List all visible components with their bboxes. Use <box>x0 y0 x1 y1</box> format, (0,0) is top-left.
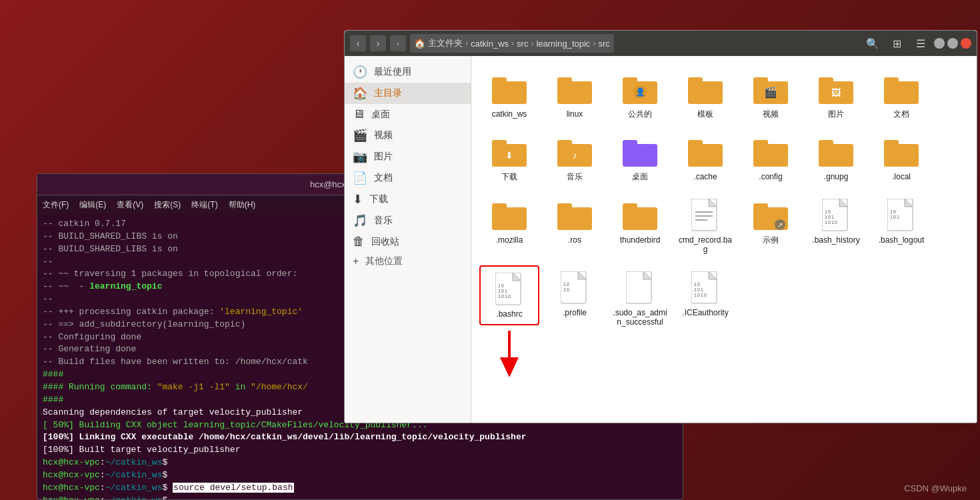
folder-icon-cache <box>688 135 723 169</box>
close-button[interactable] <box>961 38 971 49</box>
file-item-template[interactable]: 模板 <box>675 67 735 124</box>
file-icon-profile: 1 0 1 0 <box>557 271 592 305</box>
svg-text:0: 0 <box>828 209 831 214</box>
svg-text:0: 0 <box>567 282 569 287</box>
file-item-video[interactable]: 🎬 视频 <box>741 67 801 124</box>
svg-text:1: 1 <box>694 282 697 287</box>
sidebar-item-pictures[interactable]: 📷 图片 <box>345 146 471 167</box>
sidebar-item-recent[interactable]: 🕐 最近使用 <box>345 61 471 83</box>
folder-icon-gnupg <box>819 135 853 169</box>
svg-text:♪: ♪ <box>573 150 577 161</box>
menu-view[interactable]: 查看(V) <box>117 199 143 211</box>
bc-learning[interactable]: learning_topic <box>536 39 590 49</box>
file-item-thunderbird[interactable]: thunderbird <box>610 193 670 260</box>
sidebar-item-trash[interactable]: 🗑 回收站 <box>345 231 471 252</box>
file-label-ros: .ros <box>568 235 581 245</box>
file-item-bashrc[interactable]: 1 0 1 0 1 1 0 1 0 .bashrc <box>479 265 539 325</box>
file-item-public[interactable]: 👤 公共的 <box>610 67 670 124</box>
menu-help[interactable]: 帮助(H) <box>229 199 256 211</box>
back-button[interactable]: ‹ <box>350 35 366 51</box>
file-item-catkin_ws[interactable]: catkin_ws <box>479 67 539 124</box>
file-item-mozilla[interactable]: .mozilla <box>479 193 539 260</box>
file-item-sudo-admin[interactable]: .sudo_as_admin_successful <box>610 265 670 379</box>
bc-src2[interactable]: src <box>598 39 609 49</box>
term-line: [100%] Linking CXX executable /home/hcx/… <box>43 431 677 444</box>
svg-text:1: 1 <box>694 287 697 292</box>
maximize-button[interactable] <box>947 38 958 49</box>
home-icon: 🏠 <box>353 86 367 101</box>
svg-text:1: 1 <box>563 287 566 292</box>
svg-text:1: 1 <box>701 293 703 297</box>
minimize-button[interactable] <box>934 38 945 49</box>
bc-src1[interactable]: src <box>517 39 528 49</box>
file-item-desktop-folder[interactable]: 桌面 <box>610 129 670 187</box>
file-item-documents[interactable]: 文档 <box>871 67 931 124</box>
menu-terminal[interactable]: 终端(T) <box>191 199 217 211</box>
folder-icon-mozilla <box>492 198 527 233</box>
sidebar-item-downloads[interactable]: ⬇ 下载 <box>345 189 471 210</box>
file-item-example[interactable]: ↗ 示例 <box>741 193 801 260</box>
file-item-ros[interactable]: .ros <box>545 193 605 260</box>
forward-button[interactable]: › <box>370 35 386 51</box>
file-item-pictures[interactable]: 🖼 图片 <box>806 67 866 124</box>
search-button[interactable]: 🔍 <box>863 34 882 53</box>
file-item-cache[interactable]: .cache <box>675 129 735 187</box>
svg-rect-11 <box>753 77 768 85</box>
sidebar-item-other[interactable]: + 其他位置 <box>345 252 471 271</box>
file-item-music[interactable]: ♪ 音乐 <box>545 129 605 187</box>
menu-search[interactable]: 搜索(S) <box>154 199 181 211</box>
term-line: hcx@hcx-vpc:~/catkin_ws$ <box>43 457 677 469</box>
folder-icon-template <box>688 72 723 107</box>
sidebar-item-documents[interactable]: 📄 文档 <box>345 167 471 189</box>
svg-text:1: 1 <box>890 215 893 219</box>
file-label-local: .local <box>892 172 911 181</box>
sidebar-item-desktop[interactable]: 🖥 桌面 <box>345 104 471 125</box>
svg-rect-19 <box>492 140 507 148</box>
video-icon: 🎬 <box>353 128 367 143</box>
file-item-bash-logout[interactable]: 1 0 1 0 1 .bash_logout <box>871 193 931 260</box>
menu-edit[interactable]: 编辑(E) <box>79 199 106 211</box>
file-grid: catkin_ws linux 👤 公共的 <box>479 67 969 379</box>
sidebar-item-video[interactable]: 🎬 视频 <box>345 125 471 146</box>
file-label-video: 视频 <box>763 109 779 119</box>
bc-home[interactable]: 主文件夹 <box>428 37 463 49</box>
breadcrumb: 🏠 主文件夹 › catkin_ws › src › learning_topi… <box>410 34 614 53</box>
up-button[interactable]: ‹ <box>390 35 406 51</box>
svg-text:1: 1 <box>831 215 834 219</box>
folder-icon-config <box>753 135 788 169</box>
svg-text:1: 1 <box>831 220 834 225</box>
bc-sep: › <box>511 39 514 48</box>
file-label-ice-authority: .ICEauthority <box>682 308 728 317</box>
bc-catkin[interactable]: catkin_ws <box>471 39 509 49</box>
trash-icon: 🗑 <box>353 235 365 249</box>
sidebar-item-music[interactable]: 🎵 音乐 <box>345 210 471 231</box>
file-item-config[interactable]: .config <box>741 129 801 187</box>
file-item-downloads[interactable]: ⬇ 下载 <box>479 129 539 187</box>
folder-icon-public: 👤 <box>623 72 657 107</box>
file-label-mozilla: .mozilla <box>496 235 523 245</box>
svg-text:1: 1 <box>890 209 893 214</box>
svg-rect-17 <box>884 77 899 85</box>
file-item-bash-history[interactable]: 1 0 1 0 1 1 0 1 0 .bash_history <box>806 193 866 260</box>
svg-text:1: 1 <box>498 289 501 293</box>
music-icon: 🎵 <box>353 213 367 228</box>
svg-text:0: 0 <box>893 209 896 214</box>
menu-button[interactable]: ☰ <box>911 34 930 53</box>
file-item-linux[interactable]: linux <box>545 67 605 124</box>
file-label-bash-logout: .bash_logout <box>879 235 925 245</box>
menu-file[interactable]: 文件(F) <box>43 199 69 211</box>
sidebar-item-home[interactable]: 🏠 主目录 <box>345 83 471 104</box>
file-item-local[interactable]: .local <box>871 129 931 187</box>
file-item-profile[interactable]: 1 0 1 0 .profile <box>545 265 605 379</box>
svg-text:0: 0 <box>697 287 700 292</box>
view-toggle-button[interactable]: ⊞ <box>887 34 906 53</box>
folder-icon-ros <box>557 198 592 233</box>
desktop-icon: 🖥 <box>353 107 365 121</box>
file-item-cmd-record[interactable]: cmd_record.bag <box>675 193 735 260</box>
file-item-gnupg[interactable]: .gnupg <box>806 129 866 187</box>
svg-text:0: 0 <box>501 289 504 293</box>
filemanager-window: ‹ › ‹ 🏠 主文件夹 › catkin_ws › src › learnin… <box>344 30 977 423</box>
svg-text:0: 0 <box>835 220 837 225</box>
file-item-ice-authority[interactable]: 1 0 1 0 1 1 0 1 0 .ICEauthority <box>675 265 735 379</box>
file-label-template: 模板 <box>697 109 713 119</box>
